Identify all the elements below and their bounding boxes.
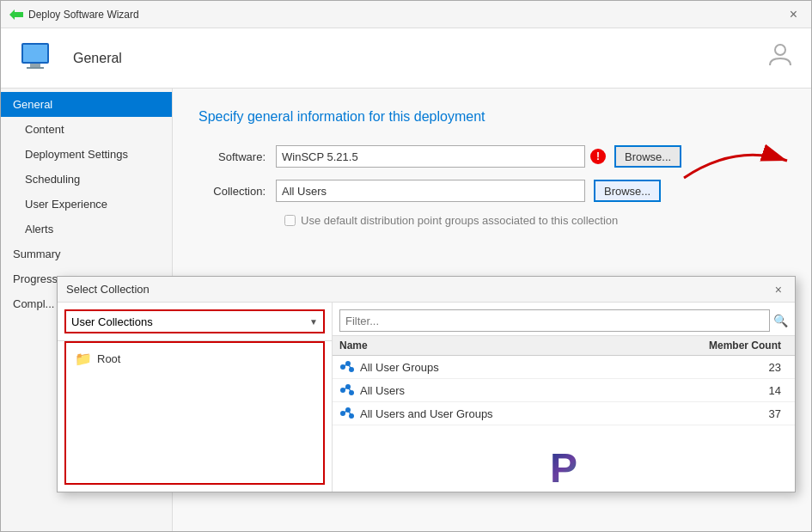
row-count-1: 23 [702,361,788,374]
title-bar-text: Deploy Software Wizard [28,9,139,21]
collection-row-icon [339,359,355,375]
col-count-header: Member Count [702,339,788,352]
collection-row-icon [339,382,355,398]
sidebar-item-summary[interactable]: Summary [1,242,172,266]
collection-label: Collection: [198,185,276,198]
sidebar-item-content[interactable]: Content [1,117,172,142]
wizard-header: General [1,28,811,89]
collection-type-dropdown[interactable]: User Collections ▼ [64,309,325,333]
collection-row: Collection: Browse... [198,180,785,202]
sidebar-item-general[interactable]: General [1,92,172,117]
wizard-section-title: General [73,51,122,66]
collection-table: Name Member Count All User Groups [333,335,795,492]
collection-input[interactable] [276,180,585,202]
wizard-computer-icon [18,38,59,79]
collection-row-icon [339,406,355,421]
collection-browse-button[interactable]: Browse... [594,180,661,202]
svg-marker-0 [9,9,23,20]
title-bar-left: Deploy Software Wizard [9,8,139,21]
checkbox-row: Use default distribution point groups as… [284,214,785,227]
table-row[interactable]: All User Groups 23 [333,356,795,379]
checkbox-label: Use default distribution point groups as… [301,214,618,227]
row-name-2: All Users [360,384,702,397]
software-browse-button[interactable]: Browse... [614,145,681,168]
distribution-checkbox[interactable] [284,215,296,226]
wizard-icon [9,8,23,21]
svg-rect-4 [27,67,44,69]
dropdown-value: User Collections [71,315,153,328]
filter-row: 🔍 [333,303,795,335]
sidebar-item-deployment-settings[interactable]: Deployment Settings [1,142,172,167]
software-input-wrap: ! Browse... [276,145,681,168]
dialog-title: Select Collection [66,283,150,296]
row-name-3: All Users and User Groups [360,407,702,420]
svg-point-5 [775,45,785,55]
dialog-right-panel: 🔍 Name Member Count [333,303,795,492]
title-bar: Deploy Software Wizard × [1,1,811,28]
dialog-body: User Collections ▼ 📁 Root [58,303,795,492]
software-row: Software: ! Browse... [198,145,785,168]
tree-item-root-label: Root [97,352,120,365]
table-header: Name Member Count [333,336,795,356]
svg-rect-3 [30,64,40,67]
filter-input[interactable] [339,309,770,332]
p-logo: P [550,444,577,492]
software-error-icon: ! [590,149,606,164]
row-count-2: 14 [702,384,788,397]
dialog-left-panel: User Collections ▼ 📁 Root [58,303,333,492]
software-input[interactable] [276,145,585,168]
col-name-header: Name [339,339,702,352]
dialog-title-bar: Select Collection × [58,277,795,303]
folder-icon: 📁 [75,351,92,367]
table-row[interactable]: All Users and User Groups 37 [333,402,795,425]
svg-rect-2 [23,45,47,62]
row-name-1: All User Groups [360,361,702,374]
sidebar-item-alerts[interactable]: Alerts [1,217,172,242]
sidebar-item-user-experience[interactable]: User Experience [1,192,172,217]
close-button[interactable]: × [785,5,803,24]
software-label: Software: [198,150,276,163]
dialog-close-button[interactable]: × [771,282,786,297]
dialog-dropdown-wrap: User Collections ▼ [58,303,332,341]
table-row[interactable]: All Users 14 [333,379,795,402]
wizard-user-icon [766,41,794,75]
main-title: Specify general information for this dep… [198,109,785,125]
logo-row: P [333,425,795,492]
sidebar-item-scheduling[interactable]: Scheduling [1,167,172,192]
row-count-3: 37 [702,407,788,420]
wizard-window: Deploy Software Wizard × General General [0,0,812,532]
collection-tree: 📁 Root [64,341,325,485]
chevron-down-icon: ▼ [309,317,318,327]
search-icon: 🔍 [773,314,788,327]
select-collection-dialog: Select Collection × User Collections ▼ 📁… [57,276,796,492]
tree-item-root[interactable]: 📁 Root [71,348,318,370]
collection-input-wrap: Browse... [276,180,661,202]
